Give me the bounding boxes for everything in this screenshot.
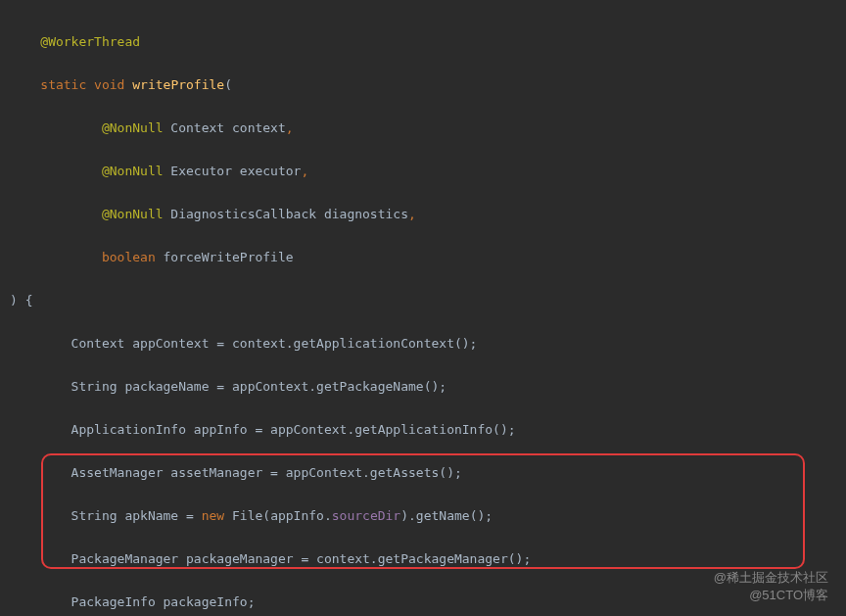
code-editor[interactable]: @WorkerThread static void writeProfile( …	[0, 0, 846, 616]
code-line: @NonNull DiagnosticsCallback diagnostics…	[10, 204, 846, 225]
annotation: @WorkerThread	[40, 34, 140, 49]
code-line: boolean forceWriteProfile	[10, 247, 846, 268]
code-line: Context appContext = context.getApplicat…	[10, 333, 846, 355]
code-line: PackageInfo packageInfo;	[10, 592, 846, 613]
code-line: @NonNull Context context,	[10, 118, 846, 139]
code-line: AssetManager assetManager = appContext.g…	[10, 462, 846, 484]
code-line: String apkName = new File(appInfo.source…	[10, 505, 846, 527]
code-line: ) {	[10, 290, 846, 311]
code-line: @NonNull Executor executor,	[10, 161, 846, 182]
code-line: @WorkerThread	[10, 31, 846, 53]
watermark-51cto: @51CTO博客	[749, 585, 828, 606]
code-line: static void writeProfile(	[10, 74, 846, 96]
code-line: ApplicationInfo appInfo = appContext.get…	[10, 419, 846, 441]
code-line: String packageName = appContext.getPacka…	[10, 376, 846, 398]
